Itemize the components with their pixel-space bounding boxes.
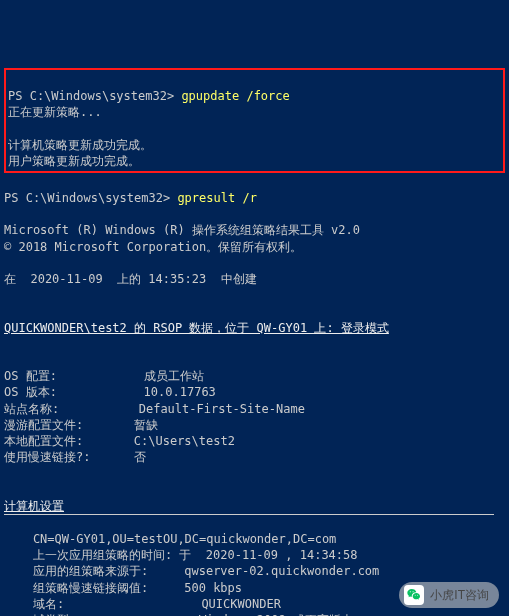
- user-policy-done: 用户策略更新成功完成。: [8, 154, 140, 168]
- rsop-data-line: QUICKWONDER\test2 的 RSOP 数据，位于 QW-GY01 上…: [4, 321, 389, 335]
- site-name-line: 站点名称: Default-First-Site-Name: [4, 402, 305, 416]
- ps-prompt: PS C:\Windows\system32>: [8, 89, 181, 103]
- ps-prompt: PS C:\Windows\system32>: [4, 191, 177, 205]
- last-applied-time: 上一次应用组策略的时间: 于 2020-11-09 , 14:34:58: [4, 548, 358, 562]
- tool-header-1: Microsoft (R) Windows (R) 操作系统组策略结果工具 v2…: [4, 223, 360, 237]
- roaming-profile-line: 漫游配置文件: 暂缺: [4, 418, 158, 432]
- cn-line: CN=QW-GY01,OU=testOU,DC=quickwonder,DC=c…: [4, 532, 336, 546]
- tool-header-2: © 2018 Microsoft Corporation。保留所有权利。: [4, 240, 302, 254]
- os-version-line: OS 版本: 10.0.17763: [4, 385, 216, 399]
- gpupdate-command: gpupdate /force: [181, 89, 289, 103]
- watermark-text: 小虎IT咨询: [430, 587, 489, 603]
- domain-name-line: 域名: QUICKWONDER: [4, 597, 281, 611]
- created-on-line: 在 2020-11-09 上的 14:35:23 中创建: [4, 272, 257, 286]
- gpupdate-highlight-box: PS C:\Windows\system32> gpupdate /force …: [4, 68, 505, 173]
- gpresult-prompt-line: PS C:\Windows\system32> gpresult /r: [4, 191, 257, 205]
- wechat-watermark: 小虎IT咨询: [399, 582, 499, 608]
- slow-link-line: 使用慢速链接?: 否: [4, 450, 146, 464]
- updating-progress: 正在更新策略...: [8, 105, 102, 119]
- wechat-icon: [404, 585, 424, 605]
- slow-link-threshold: 组策略慢速链接阈值: 500 kbps: [4, 581, 242, 595]
- gpupdate-prompt-line: PS C:\Windows\system32> gpupdate /force: [8, 89, 290, 103]
- gp-source: 应用的组策略来源于: qwserver-02.quickwonder.com: [4, 564, 379, 578]
- computer-policy-done: 计算机策略更新成功完成。: [8, 138, 152, 152]
- local-profile-line: 本地配置文件: C:\Users\test2: [4, 434, 235, 448]
- os-config-line: OS 配置: 成员工作站: [4, 369, 204, 383]
- computer-settings-header: 计算机设置: [4, 498, 494, 515]
- gpresult-command: gpresult /r: [177, 191, 256, 205]
